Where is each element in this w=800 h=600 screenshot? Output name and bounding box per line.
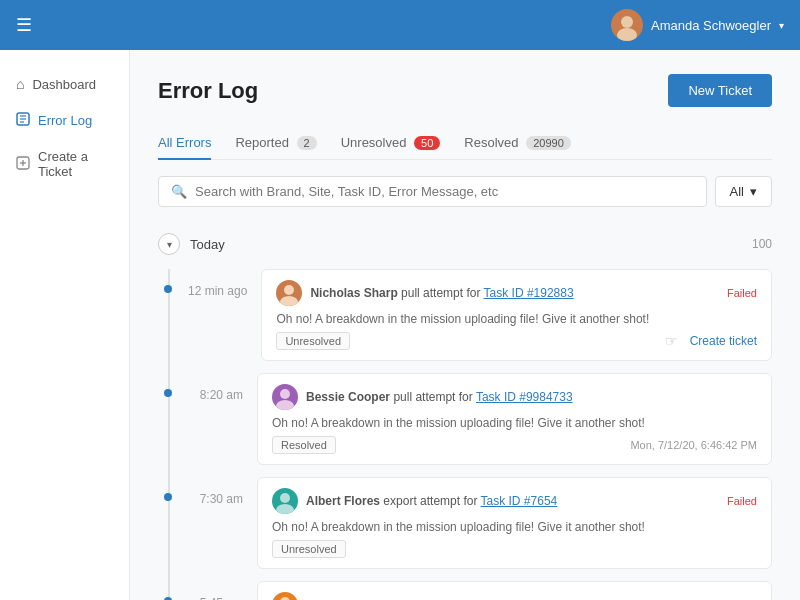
date-header-left: ▾ Today bbox=[158, 233, 225, 255]
status-badge: Failed bbox=[727, 287, 757, 299]
entry-footer-right: ☞ Create ticket bbox=[665, 333, 757, 349]
search-icon: 🔍 bbox=[171, 184, 187, 199]
sidebar-item-error-log[interactable]: Error Log bbox=[0, 102, 129, 139]
search-input-wrapper: 🔍 bbox=[158, 176, 707, 207]
search-bar: 🔍 All ▾ bbox=[158, 176, 772, 207]
sidebar-item-create-ticket[interactable]: Create a Ticket bbox=[0, 139, 129, 189]
topnav: ☰ Amanda Schwoegler ▾ bbox=[0, 0, 800, 50]
timeline-dot bbox=[164, 493, 172, 501]
list-item: 5:45 am Courtney Henry Import attempt bbox=[188, 581, 772, 600]
svg-point-13 bbox=[280, 493, 290, 503]
list-item: 8:20 am Bessie Cooper pull attempt fo bbox=[188, 373, 772, 465]
user-menu-chevron-icon[interactable]: ▾ bbox=[779, 20, 784, 31]
timeline-line bbox=[168, 269, 170, 600]
list-item: 7:30 am Albert Flores export attempt bbox=[188, 477, 772, 569]
entry-time: 8:20 am bbox=[188, 373, 243, 465]
reported-badge: 2 bbox=[297, 136, 317, 150]
entry-header-left: Nicholas Sharp pull attempt for Task ID … bbox=[276, 280, 573, 306]
resolved-badge: 20990 bbox=[526, 136, 571, 150]
finger-icon: ☞ bbox=[665, 333, 678, 349]
date-collapse-button[interactable]: ▾ bbox=[158, 233, 180, 255]
avatar bbox=[272, 384, 298, 410]
entry-message: Oh no! A breakdown in the mission upload… bbox=[276, 312, 757, 326]
entry-action-text: Bessie Cooper pull attempt for Task ID #… bbox=[306, 390, 573, 404]
entry-action-text: Nicholas Sharp pull attempt for Task ID … bbox=[310, 286, 573, 300]
timeline-entries-today: 12 min ago Nicholas Sharp pull attemp bbox=[158, 269, 772, 600]
status-badge: Unresolved bbox=[276, 332, 350, 350]
topnav-left: ☰ bbox=[16, 14, 32, 36]
avatar bbox=[272, 488, 298, 514]
topnav-right: Amanda Schwoegler ▾ bbox=[611, 9, 784, 41]
entry-message: Oh no! A breakdown in the mission upload… bbox=[272, 416, 757, 430]
list-item: 12 min ago Nicholas Sharp pull attemp bbox=[188, 269, 772, 361]
filter-dropdown[interactable]: All ▾ bbox=[715, 176, 772, 207]
resolved-info: Mon, 7/12/20, 6:46:42 PM bbox=[630, 439, 757, 451]
avatar bbox=[276, 280, 302, 306]
entry-header: Albert Flores export attempt for Task ID… bbox=[272, 488, 757, 514]
error-log-icon bbox=[16, 112, 30, 129]
avatar bbox=[272, 592, 298, 600]
status-badge: Failed bbox=[727, 495, 757, 507]
entry-header-left: Courtney Henry Import attempt for Task I… bbox=[272, 592, 574, 600]
entry-action-text: Albert Flores export attempt for Task ID… bbox=[306, 494, 557, 508]
avatar bbox=[611, 9, 643, 41]
task-id-link[interactable]: Task ID #9984733 bbox=[476, 390, 573, 404]
svg-point-10 bbox=[280, 296, 298, 306]
status-badge: Unresolved bbox=[272, 540, 346, 558]
sidebar-label-error-log: Error Log bbox=[38, 113, 92, 128]
entry-header: Nicholas Sharp pull attempt for Task ID … bbox=[276, 280, 757, 306]
create-ticket-link[interactable]: Create ticket bbox=[690, 334, 757, 348]
svg-point-9 bbox=[284, 285, 294, 295]
sidebar-item-dashboard[interactable]: ⌂ Dashboard bbox=[0, 66, 129, 102]
sidebar: ⌂ Dashboard Error Log bbox=[0, 50, 130, 600]
entry-card: Nicholas Sharp pull attempt for Task ID … bbox=[261, 269, 772, 361]
layout: ⌂ Dashboard Error Log bbox=[0, 50, 800, 600]
filter-label: All bbox=[730, 184, 744, 199]
entry-header-left: Bessie Cooper pull attempt for Task ID #… bbox=[272, 384, 573, 410]
svg-point-11 bbox=[280, 389, 290, 399]
user-name-label: Amanda Schwoegler bbox=[651, 18, 771, 33]
main-content: Error Log New Ticket All Errors Reported… bbox=[130, 50, 800, 600]
sidebar-label-dashboard: Dashboard bbox=[32, 77, 96, 92]
tab-reported[interactable]: Reported 2 bbox=[235, 127, 316, 160]
task-id-link[interactable]: Task ID #7654 bbox=[481, 494, 558, 508]
status-badge: Resolved bbox=[272, 436, 336, 454]
unresolved-badge: 50 bbox=[414, 136, 440, 150]
entry-message: Oh no! A breakdown in the mission upload… bbox=[272, 520, 757, 534]
timeline-section: ▾ Today 100 12 min ago bbox=[158, 227, 772, 600]
new-ticket-button[interactable]: New Ticket bbox=[668, 74, 772, 107]
task-id-link[interactable]: Task ID #192883 bbox=[484, 286, 574, 300]
filter-chevron-icon: ▾ bbox=[750, 184, 757, 199]
sidebar-label-create-ticket: Create a Ticket bbox=[38, 149, 113, 179]
create-ticket-icon bbox=[16, 156, 30, 173]
entry-card: Albert Flores export attempt for Task ID… bbox=[257, 477, 772, 569]
entry-header: Bessie Cooper pull attempt for Task ID #… bbox=[272, 384, 757, 410]
tab-unresolved[interactable]: Unresolved 50 bbox=[341, 127, 441, 160]
entry-time: 7:30 am bbox=[188, 477, 243, 569]
home-icon: ⌂ bbox=[16, 76, 24, 92]
timeline-dot bbox=[164, 389, 172, 397]
entry-header: Courtney Henry Import attempt for Task I… bbox=[272, 592, 757, 600]
page-header: Error Log New Ticket bbox=[158, 74, 772, 107]
date-label-today: Today bbox=[190, 237, 225, 252]
date-count-today: 100 bbox=[752, 237, 772, 251]
entry-header-left: Albert Flores export attempt for Task ID… bbox=[272, 488, 557, 514]
entry-time: 12 min ago bbox=[188, 269, 247, 361]
entry-footer: Unresolved bbox=[272, 540, 757, 558]
svg-point-1 bbox=[617, 28, 637, 41]
entry-card: Bessie Cooper pull attempt for Task ID #… bbox=[257, 373, 772, 465]
search-input[interactable] bbox=[195, 184, 694, 199]
date-header-today: ▾ Today 100 bbox=[158, 227, 772, 261]
tabs-bar: All Errors Reported 2 Unresolved 50 Reso… bbox=[158, 127, 772, 160]
entry-time: 5:45 am bbox=[188, 581, 243, 600]
hamburger-icon[interactable]: ☰ bbox=[16, 14, 32, 36]
svg-point-14 bbox=[276, 504, 294, 514]
svg-point-12 bbox=[276, 400, 294, 410]
entry-footer: Resolved Mon, 7/12/20, 6:46:42 PM bbox=[272, 436, 757, 454]
tab-all-errors[interactable]: All Errors bbox=[158, 127, 211, 160]
date-group-today: ▾ Today 100 12 min ago bbox=[158, 227, 772, 600]
page-title: Error Log bbox=[158, 78, 258, 104]
timeline-dot bbox=[164, 285, 172, 293]
tab-resolved[interactable]: Resolved 20990 bbox=[464, 127, 570, 160]
entry-footer: Unresolved ☞ Create ticket bbox=[276, 332, 757, 350]
